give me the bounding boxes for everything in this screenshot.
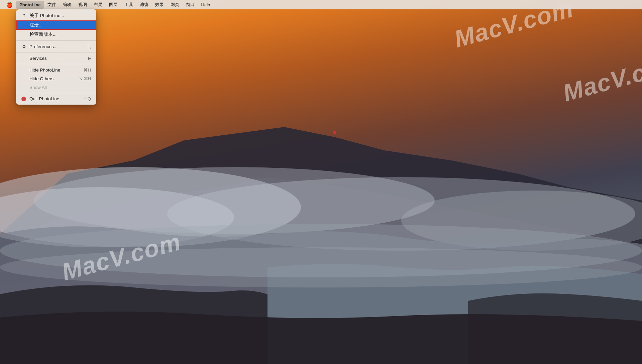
menubar-web[interactable]: 网页 (167, 1, 183, 9)
preferences-shortcut: ⌘, (85, 44, 91, 49)
hide-photoline-icon (21, 67, 27, 73)
menu-item-about-label: 关于 PhotoLine... (29, 13, 64, 19)
separator-3 (16, 64, 96, 64)
menu-item-hide-others-label: Hide Others (29, 76, 54, 81)
menubar-layers[interactable]: 图层 (106, 1, 121, 9)
hide-photoline-shortcut: ⌘H (84, 68, 91, 73)
menu-item-services[interactable]: Services ▶ (16, 54, 96, 63)
question-icon: ? (21, 13, 27, 18)
menubar-file[interactable]: 文件 (44, 1, 60, 9)
menu-item-register-label: 注册... (29, 22, 42, 28)
menu-item-quit-label: Quit PhotoLine (29, 96, 59, 101)
menubar-layout[interactable]: 布局 (90, 1, 106, 9)
menu-item-hide-others[interactable]: Hide Others ⌥⌘H (16, 74, 96, 83)
menu-item-preferences-label: Preferences... (29, 44, 58, 49)
menu-item-check-update[interactable]: 检查新版本... (16, 30, 96, 39)
menubar-edit[interactable]: 编辑 (60, 1, 75, 9)
menu-item-check-update-label: 检查新版本... (29, 31, 57, 37)
show-all-icon (21, 85, 27, 90)
separator-4 (16, 93, 96, 93)
menubar-view[interactable]: 视图 (75, 1, 90, 9)
services-arrow-icon: ▶ (88, 56, 91, 60)
menubar-tools[interactable]: 工具 (121, 1, 136, 9)
update-icon (21, 32, 27, 37)
menubar-photoline[interactable]: PhotoLine (16, 1, 44, 9)
quit-icon (21, 97, 26, 101)
menu-item-services-label: Services (29, 56, 47, 61)
menu-item-show-all[interactable]: Show All (16, 83, 96, 92)
separator-2 (16, 52, 96, 52)
svg-point-7 (0, 247, 642, 287)
services-icon (21, 55, 27, 61)
landscape-svg (0, 0, 642, 364)
menu-item-register[interactable]: 注册... (16, 20, 96, 30)
menubar: 🍎 PhotoLine 文件 编辑 视图 布局 图层 工具 滤镜 效果 网页 窗… (0, 0, 642, 9)
menubar-effects[interactable]: 效果 (152, 1, 167, 9)
register-icon (21, 22, 27, 28)
menubar-window[interactable]: 窗口 (183, 1, 198, 9)
menubar-filters[interactable]: 滤镜 (136, 1, 152, 9)
quit-shortcut: ⌘Q (83, 96, 91, 101)
menu-item-hide-photoline-label: Hide PhotoLine (29, 68, 60, 73)
app-dropdown-menu: ? 关于 PhotoLine... 注册... 检查新版本... ⚙ Prefe… (16, 9, 96, 105)
menu-item-preferences[interactable]: ⚙ Preferences... ⌘, (16, 42, 96, 51)
menubar-help[interactable]: Help (198, 1, 214, 9)
hide-others-icon (21, 76, 27, 81)
menu-item-show-all-label: Show All (29, 85, 47, 90)
menu-item-hide-photoline[interactable]: Hide PhotoLine ⌘H (16, 66, 96, 74)
menu-item-about[interactable]: ? 关于 PhotoLine... (16, 11, 96, 20)
separator-1 (16, 40, 96, 41)
hide-others-shortcut: ⌥⌘H (79, 76, 91, 81)
apple-menu[interactable]: 🍎 (3, 1, 16, 9)
red-dot (333, 131, 336, 134)
menu-item-quit[interactable]: Quit PhotoLine ⌘Q (16, 95, 96, 103)
gear-icon: ⚙ (21, 44, 27, 49)
